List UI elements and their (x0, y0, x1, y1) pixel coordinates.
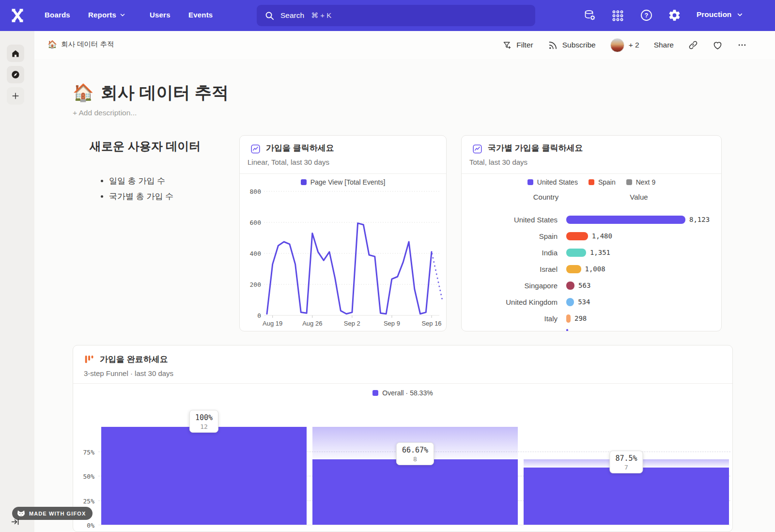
filter-button[interactable]: Filter (502, 40, 533, 50)
copy-link-button[interactable] (688, 40, 698, 50)
divider (240, 173, 446, 174)
text-card-bullets: 일일 총 가입 수 국가별 총 가입 수 (90, 171, 173, 206)
country-label: United Kingdom (462, 298, 566, 306)
country-label: Singapore (462, 282, 566, 290)
country-value: 534 (578, 298, 590, 306)
card-title[interactable]: 가입을 클릭하세요 (266, 142, 334, 154)
subscribe-button[interactable]: Subscribe (548, 40, 596, 50)
line-series[interactable] (267, 223, 432, 314)
add-description-button[interactable]: + Add description... (73, 109, 137, 117)
step-count: 8 (402, 455, 428, 463)
share-button[interactable]: Share (654, 41, 674, 49)
line-chart-icon (472, 144, 482, 154)
column-header-country: Country (514, 193, 578, 201)
nav-item-reports[interactable]: Reports (88, 11, 126, 19)
more-options-button[interactable] (737, 40, 747, 50)
country-bar[interactable] (566, 249, 586, 257)
legend-item[interactable]: Next 9 (626, 178, 655, 186)
breadcrumb[interactable]: 🏠 회사 데이터 추적 (47, 40, 114, 49)
card-title[interactable]: 국가별 가입을 클릭하세요 (488, 142, 583, 154)
chevron-down-icon (736, 11, 744, 18)
country-row[interactable]: Spain1,480 (462, 228, 721, 244)
apps-grid-icon[interactable] (611, 9, 624, 22)
funnel-bars-icon (84, 354, 94, 365)
country-row[interactable]: India1,351 (462, 244, 721, 261)
subscribe-rss-icon (548, 40, 558, 50)
y-tick-label: 200 (250, 281, 261, 288)
x-tick-label: Aug 19 (263, 320, 282, 327)
gifox-badge[interactable]: MADE WITH GIFOX (12, 507, 93, 520)
y-tick-label: 800 (250, 188, 261, 195)
legend-item[interactable]: United States (527, 178, 578, 186)
country-bar[interactable] (566, 314, 571, 323)
mixpanel-logo-icon[interactable] (9, 7, 26, 24)
help-icon[interactable]: ? (640, 9, 653, 22)
collapse-sidebar-icon[interactable] (11, 517, 19, 526)
search-input[interactable]: Search ⌘ + K (257, 5, 535, 26)
country-value: 298 (574, 314, 587, 322)
funnel-step-label: 66.67%8 (396, 442, 434, 465)
data-management-icon[interactable] (583, 9, 596, 22)
gifox-label: MADE WITH GIFOX (29, 511, 86, 516)
favorite-button[interactable] (713, 40, 723, 50)
country-bar[interactable] (566, 298, 574, 306)
country-row[interactable]: Italy298 (462, 310, 721, 327)
collaborators[interactable]: + 2 (610, 38, 639, 52)
svg-text:?: ? (645, 12, 649, 19)
legend-label: Overall · 58.33% (382, 389, 433, 397)
collaborators-count: + 2 (629, 41, 639, 49)
line-chart-plot[interactable]: 0200400600800Aug 19Aug 26Sep 2Sep 9Sep 1… (240, 182, 447, 332)
legend-item[interactable]: Overall · 58.33% (372, 389, 433, 397)
legend-swatch (589, 179, 594, 185)
legend-swatch (626, 179, 632, 185)
settings-gear-icon[interactable] (668, 9, 681, 22)
country-row[interactable]: Singapore563 (462, 277, 721, 294)
country-value: 563 (578, 282, 590, 289)
x-tick-label: Sep 9 (384, 320, 400, 327)
y-tick-label: 400 (250, 250, 261, 257)
y-tick-label: 0 (257, 312, 261, 319)
page-title: 🏠 회사 데이터 추적 (73, 81, 229, 104)
sidebar-create-button[interactable] (7, 87, 24, 105)
nav-item-users[interactable]: Users (150, 11, 170, 19)
project-switcher[interactable]: Prouction (697, 10, 744, 19)
line-chart-icon (250, 144, 261, 154)
y-tick-label: 75% (73, 448, 94, 457)
country-bar[interactable] (566, 232, 588, 240)
compass-icon (11, 70, 20, 79)
chevron-down-icon (119, 12, 126, 18)
step-count: 7 (615, 464, 637, 471)
nav-item-events[interactable]: Events (188, 11, 213, 19)
y-tick-label: 25% (73, 497, 94, 506)
step-count: 12 (195, 423, 213, 430)
filter-icon (502, 40, 512, 50)
country-bar[interactable] (566, 282, 574, 290)
funnel-baseline (98, 525, 730, 525)
country-bar[interactable] (566, 216, 685, 224)
sidebar-explore-button[interactable] (7, 66, 24, 83)
breadcrumb-label: 회사 데이터 추적 (61, 40, 114, 49)
board-toolbar: Filter Subscribe + 2 Share (502, 37, 747, 53)
conversion-pct: 100% (195, 413, 213, 422)
y-tick-label: 50% (73, 472, 94, 481)
legend-item[interactable]: Spain (589, 178, 616, 186)
funnel-bar[interactable] (101, 427, 307, 525)
card-line-chart: 가입을 클릭하세요 Linear, Total, last 30 days Pa… (239, 135, 447, 331)
legend-swatch (527, 179, 533, 185)
nav-item-boards[interactable]: Boards (45, 11, 70, 19)
funnel-bar[interactable] (524, 468, 729, 525)
link-icon (688, 40, 698, 50)
search-icon (264, 11, 275, 21)
avatar (610, 38, 624, 52)
card-title[interactable]: 가입을 완료하세요 (100, 354, 168, 365)
funnel-bar[interactable] (312, 459, 518, 525)
board-header-row: 🏠 회사 데이터 추적 Filter Subscribe + 2 Share (34, 31, 775, 59)
page-title-emoji: 🏠 (73, 83, 94, 103)
country-row[interactable]: United Kingdom534 (462, 294, 721, 310)
country-row[interactable]: Israel1,008 (462, 261, 721, 277)
country-value: 1,480 (592, 232, 612, 240)
legend-swatch (372, 390, 378, 396)
country-row[interactable]: United States8,123 (462, 211, 721, 228)
country-bar[interactable] (566, 265, 581, 273)
sidebar-home-button[interactable] (7, 45, 24, 62)
